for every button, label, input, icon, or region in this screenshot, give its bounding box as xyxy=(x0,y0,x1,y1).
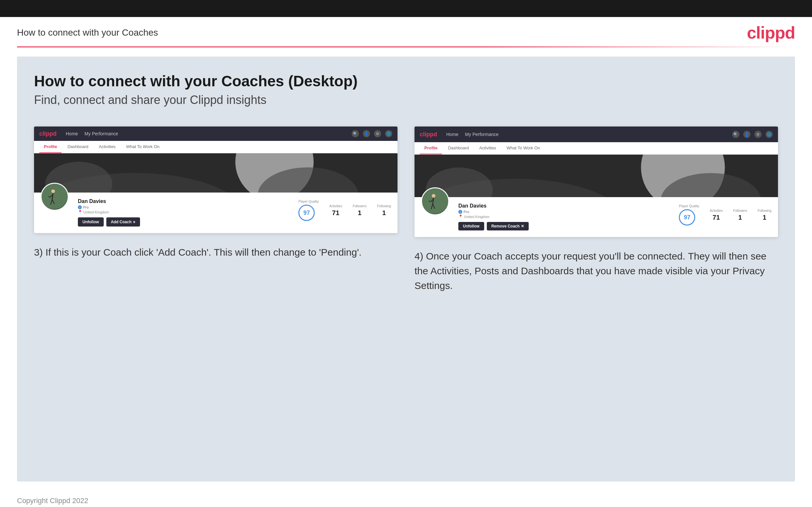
right-avatar xyxy=(421,187,449,215)
header-title: How to connect with your Coaches xyxy=(17,27,158,38)
left-avatar-wrap xyxy=(41,183,69,211)
right-remove-coach-button[interactable]: Remove Coach ✕ xyxy=(487,222,529,230)
left-following-value: 1 xyxy=(377,209,391,217)
right-stat-followers: Followers 1 xyxy=(733,209,747,221)
left-nav-logo: clippd xyxy=(39,130,57,137)
right-close-icon: ✕ xyxy=(521,224,524,228)
page-subheading: Find, connect and share your Clippd insi… xyxy=(34,93,778,107)
left-followers-value: 1 xyxy=(353,209,367,217)
right-user-icon: 👤 xyxy=(743,131,751,138)
left-nav-my-performance: My Performance xyxy=(85,131,118,136)
left-mock-nav: clippd Home My Performance 🔍 👤 ⚙ 🌐 xyxy=(34,126,398,141)
left-user-icon: 👤 xyxy=(363,130,370,137)
left-user-badge: ✓ Pro xyxy=(78,205,289,209)
left-stats: Player Quality 97 Activities 71 Follower… xyxy=(298,197,391,221)
left-followers-label: Followers xyxy=(353,204,367,208)
left-tab-what-to-work-on[interactable]: What To Work On xyxy=(121,141,164,153)
left-mock-profile: Dan Davies ✓ Pro 📍 United Kingdom Unfoll… xyxy=(34,192,398,233)
right-action-buttons: Unfollow Remove Coach ✕ xyxy=(458,222,670,230)
left-stat-activities: Activities 71 xyxy=(329,204,342,217)
left-stat-quality: Player Quality 97 xyxy=(298,200,319,221)
left-add-icon: + xyxy=(133,219,136,225)
svg-point-6 xyxy=(51,189,55,193)
left-activities-label: Activities xyxy=(329,204,342,208)
right-following-value: 1 xyxy=(758,214,771,221)
columns: clippd Home My Performance 🔍 👤 ⚙ 🌐 Profi… xyxy=(34,126,778,293)
left-column: clippd Home My Performance 🔍 👤 ⚙ 🌐 Profi… xyxy=(34,126,398,260)
left-quality-label: Player Quality xyxy=(298,200,319,203)
left-following-label: Following xyxy=(377,204,391,208)
right-column: clippd Home My Performance 🔍 👤 ⚙ 🌐 Profi… xyxy=(414,126,778,293)
right-badge-text: Pro xyxy=(464,210,469,214)
left-nav-home: Home xyxy=(66,131,78,136)
right-location: 📍 United Kingdom xyxy=(458,215,670,219)
right-settings-icon: ⚙ xyxy=(754,131,762,138)
svg-point-18 xyxy=(432,194,436,198)
right-mock-nav: clippd Home My Performance 🔍 👤 ⚙ 🌐 xyxy=(414,126,778,142)
right-check-icon: ✓ xyxy=(458,210,462,214)
right-user-badge: ✓ Pro xyxy=(458,210,670,214)
left-nav-icons: 🔍 👤 ⚙ 🌐 xyxy=(352,130,392,137)
right-username: Dan Davies xyxy=(458,203,670,209)
right-globe-icon: 🌐 xyxy=(766,131,773,138)
left-mock-browser: clippd Home My Performance 🔍 👤 ⚙ 🌐 Profi… xyxy=(34,126,398,233)
header-logo: clippd xyxy=(747,23,795,43)
left-profile-banner xyxy=(34,153,398,192)
right-location-icon: 📍 xyxy=(458,215,463,219)
header-divider xyxy=(17,46,795,47)
copyright-text: Copyright Clippd 2022 xyxy=(17,497,88,505)
right-mock-browser: clippd Home My Performance 🔍 👤 ⚙ 🌐 Profi… xyxy=(414,126,778,237)
left-mock-tabs: Profile Dashboard Activities What To Wor… xyxy=(34,141,398,153)
right-quality-label: Player Quality xyxy=(679,204,699,208)
left-search-icon: 🔍 xyxy=(352,130,359,137)
left-location-icon: 📍 xyxy=(78,210,83,214)
right-unfollow-button[interactable]: Unfollow xyxy=(458,222,484,230)
right-stat-quality: Player Quality 97 xyxy=(679,204,699,226)
left-unfollow-button[interactable]: Unfollow xyxy=(78,217,104,227)
left-settings-icon: ⚙ xyxy=(374,130,381,137)
left-tab-activities[interactable]: Activities xyxy=(94,141,120,153)
right-followers-value: 1 xyxy=(733,214,747,221)
right-nav-my-performance: My Performance xyxy=(465,132,499,137)
page-heading: How to connect with your Coaches (Deskto… xyxy=(34,72,778,90)
right-tab-profile[interactable]: Profile xyxy=(420,142,442,154)
right-activities-value: 71 xyxy=(710,214,723,221)
right-followers-label: Followers xyxy=(733,209,747,213)
right-nav-icons: 🔍 👤 ⚙ 🌐 xyxy=(732,131,773,138)
right-tab-dashboard[interactable]: Dashboard xyxy=(443,142,473,154)
left-description: 3) If this is your Coach click 'Add Coac… xyxy=(34,245,398,260)
left-badge-text: Pro xyxy=(83,205,89,209)
right-profile-banner xyxy=(414,155,778,197)
left-add-coach-button[interactable]: Add Coach + xyxy=(106,217,140,227)
right-nav-home: Home xyxy=(446,132,458,137)
left-tab-profile[interactable]: Profile xyxy=(39,141,61,153)
right-tab-what-to-work-on[interactable]: What To Work On xyxy=(502,142,544,154)
right-tab-activities[interactable]: Activities xyxy=(475,142,501,154)
right-stat-following: Following 1 xyxy=(758,209,771,221)
right-quality-value: 97 xyxy=(679,209,695,226)
left-globe-icon: 🌐 xyxy=(385,130,392,137)
left-avatar xyxy=(41,183,69,211)
footer: Copyright Clippd 2022 xyxy=(0,491,812,507)
header: How to connect with your Coaches clippd xyxy=(0,17,812,46)
left-profile-info: Dan Davies ✓ Pro 📍 United Kingdom Unfoll… xyxy=(78,197,289,227)
left-username: Dan Davies xyxy=(78,199,289,204)
right-mock-profile: Dan Davies ✓ Pro 📍 United Kingdom Unfoll… xyxy=(414,197,778,237)
right-stats: Player Quality 97 Activities 71 Follower… xyxy=(679,202,771,226)
left-check-icon: ✓ xyxy=(78,205,82,209)
right-profile-info: Dan Davies ✓ Pro 📍 United Kingdom Unfoll… xyxy=(458,202,670,230)
svg-point-5 xyxy=(42,183,68,209)
right-following-label: Following xyxy=(758,209,771,213)
main-content: How to connect with your Coaches (Deskto… xyxy=(17,57,795,482)
left-location: 📍 United Kingdom xyxy=(78,210,289,214)
right-description: 4) Once your Coach accepts your request … xyxy=(414,249,778,293)
left-activities-value: 71 xyxy=(329,209,342,217)
right-stat-activities: Activities 71 xyxy=(710,209,723,221)
right-mock-tabs: Profile Dashboard Activities What To Wor… xyxy=(414,142,778,155)
left-tab-dashboard[interactable]: Dashboard xyxy=(63,141,93,153)
right-avatar-wrap xyxy=(421,187,449,215)
left-stat-following: Following 1 xyxy=(377,204,391,217)
right-activities-label: Activities xyxy=(710,209,723,213)
right-location-text: United Kingdom xyxy=(464,215,490,219)
right-search-icon: 🔍 xyxy=(732,131,740,138)
